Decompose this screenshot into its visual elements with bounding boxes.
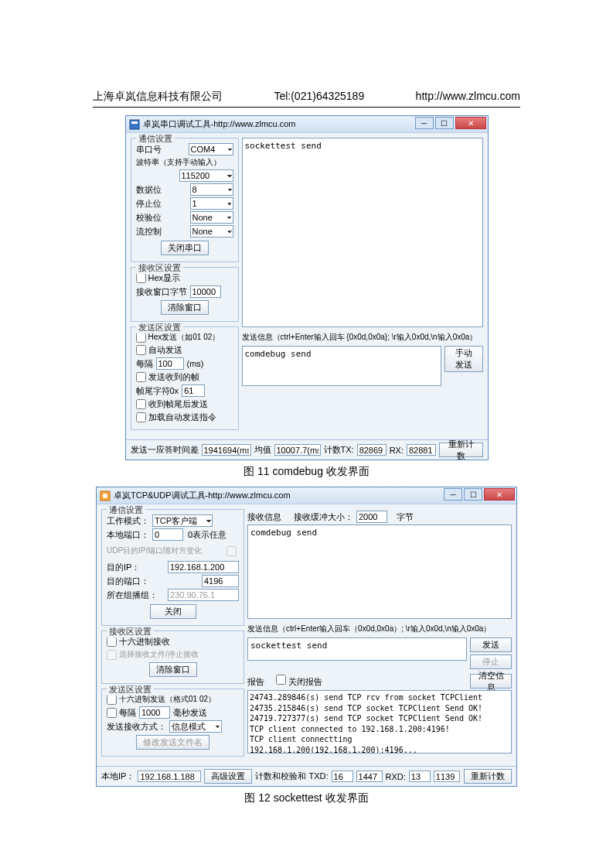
udp-follow-label: UDP目的IP/端口随对方变化 <box>107 545 202 556</box>
auto-send-label: 自动发送 <box>148 344 182 356</box>
send-settings-group: 发送区设置 十六进制发送（格式01 02） 每隔毫秒发送 发送接收方式：信息模式… <box>101 689 244 757</box>
group-legend: 接收区设置 <box>107 626 154 637</box>
select-recvfile-checkbox <box>107 650 117 660</box>
svg-rect-0 <box>130 120 139 129</box>
port-select[interactable]: COM4 <box>189 143 233 155</box>
group-legend: 通信设置 <box>107 504 145 516</box>
load-autocmd-checkbox[interactable] <box>136 412 146 422</box>
titlebar[interactable]: 卓岚TCP&UDP调试工具-http://www.zlmcu.com ─ ☐ ✕ <box>97 487 516 504</box>
baud-select[interactable]: 115200 <box>179 169 233 182</box>
hex-send-checkbox[interactable] <box>136 333 146 343</box>
maximize-button[interactable]: ☐ <box>464 488 482 501</box>
close-report-checkbox[interactable] <box>276 675 286 685</box>
titlebar[interactable]: 卓岚串口调试工具-http://www.zlmcu.com ─ ☐ ✕ <box>126 116 488 133</box>
resp-diff-label: 发送一应答时间差 <box>131 444 199 456</box>
clear-window-button[interactable]: 清除窗口 <box>149 662 197 677</box>
stopbits-select[interactable]: 1 <box>190 197 233 210</box>
interval-checkbox[interactable] <box>107 708 117 718</box>
status-bar: 发送一应答时间差 均值 计数TX: RX: 重新计数 <box>126 439 488 460</box>
report-line: 24735.215846(s) send TCP socket TCPClien… <box>250 703 509 714</box>
app-icon <box>129 119 140 130</box>
recv-bytes-input[interactable] <box>190 285 221 298</box>
figure-caption-11: 图 11 comdebug 收发界面 <box>93 465 520 479</box>
company-name: 上海卓岚信息科技有限公司 <box>93 90 223 104</box>
report-line: 24743.289846(s) send TCP rcv from socket… <box>250 692 509 703</box>
reset-count-button[interactable]: 重新计数 <box>464 769 512 784</box>
maximize-button[interactable]: ☐ <box>435 117 454 129</box>
minimize-button[interactable]: ─ <box>415 117 434 129</box>
recv-textarea[interactable]: sockettest send <box>242 138 483 327</box>
databits-select[interactable]: 8 <box>190 183 233 196</box>
recv-buf-label: 接收缓冲大小： <box>294 511 353 523</box>
interval-unit: (ms) <box>187 359 204 368</box>
interval-input[interactable] <box>156 357 184 370</box>
local-port-input[interactable] <box>152 528 183 541</box>
interval-label: 每隔 <box>136 358 153 370</box>
auto-send-checkbox[interactable] <box>136 345 146 355</box>
avg-label: 均值 <box>254 444 271 456</box>
parity-select[interactable]: None <box>190 211 233 224</box>
select-recvfile-label: 选择接收文件/停止接收 <box>119 649 199 660</box>
hex-send-label: Hex发送（如01 02） <box>148 332 220 343</box>
recv-buf-unit: 字节 <box>397 511 414 523</box>
comdebug-window: 卓岚串口调试工具-http://www.zlmcu.com ─ ☐ ✕ 通信设置… <box>125 115 489 460</box>
flow-label: 流控制 <box>136 226 162 238</box>
rxd-count <box>409 771 431 782</box>
txd-count <box>332 771 353 782</box>
send-textarea[interactable]: sockettest send <box>247 637 467 661</box>
send-frame-label: 发送收到的帧 <box>148 371 199 383</box>
send-after-tail-checkbox[interactable] <box>136 399 146 409</box>
hex-recv-checkbox[interactable] <box>107 637 117 647</box>
report-area[interactable]: 24743.289846(s) send TCP rcv from socket… <box>247 690 512 754</box>
svg-rect-1 <box>131 121 138 124</box>
hex-display-checkbox[interactable] <box>136 273 146 283</box>
send-info-label: 发送信息（ctrl+Enter输入回车（0x0d,0x0a）; \r输入0x0d… <box>247 624 491 634</box>
dest-ip-input[interactable] <box>168 561 239 573</box>
tx-label: 计数TX: <box>324 444 354 456</box>
close-button[interactable]: ✕ <box>484 488 515 501</box>
send-textarea[interactable]: comdebug send <box>242 346 441 386</box>
send-button[interactable]: 发送 <box>470 637 512 652</box>
close-port-button[interactable]: 关闭串口 <box>161 241 209 255</box>
send-recv-mode-select[interactable]: 信息模式 <box>169 720 222 733</box>
close-button[interactable]: ✕ <box>455 117 486 129</box>
send-frame-checkbox[interactable] <box>136 372 146 382</box>
group-input[interactable] <box>168 589 239 601</box>
report-label: 报告 <box>247 677 264 686</box>
avg-value <box>274 444 321 456</box>
company-url: http://www.zlmcu.com <box>416 90 520 104</box>
frame-tail-input[interactable] <box>182 384 205 397</box>
report-line: TCP client connectting 192.168.1.200(192… <box>250 734 509 754</box>
local-ip-value <box>138 771 201 782</box>
rxd-bytes <box>434 771 460 782</box>
stop-button: 停止 <box>470 654 512 669</box>
clear-info-button[interactable]: 清空信息 <box>470 674 512 689</box>
recv-textarea[interactable]: comdebug send <box>247 525 512 619</box>
sockettest-window: 卓岚TCP&UDP调试工具-http://www.zlmcu.com ─ ☐ ✕… <box>96 487 517 787</box>
close-conn-button[interactable]: 关闭 <box>150 604 196 619</box>
flow-select[interactable]: None <box>190 225 233 238</box>
dest-port-input[interactable] <box>202 575 239 587</box>
rx-value <box>407 444 436 456</box>
manual-send-button[interactable]: 手动发送 <box>444 346 483 372</box>
svg-point-3 <box>103 494 107 498</box>
local-port-hint: 0表示任意 <box>188 529 226 541</box>
reset-count-button[interactable]: 重新计数 <box>439 443 483 457</box>
hex-send-checkbox[interactable] <box>107 695 117 705</box>
send-after-tail-label: 收到帧尾后发送 <box>148 398 208 410</box>
resp-diff-value <box>202 444 251 456</box>
dest-port-label: 目的端口： <box>107 576 149 587</box>
app-icon <box>100 490 111 501</box>
comm-settings-group: 通信设置 串口号 COM4 波特率（支持手动输入） 115200 数据位8 停止… <box>131 138 239 262</box>
clear-window-button[interactable]: 清除窗口 <box>161 300 209 315</box>
report-line: TCP client connected to 192.168.1.200:41… <box>250 724 509 735</box>
mode-select[interactable]: TCP客户端 <box>152 514 213 527</box>
frame-tail-label: 帧尾字符0x <box>136 385 179 397</box>
udp-follow-checkbox <box>226 546 237 556</box>
interval-input[interactable] <box>139 706 170 719</box>
minimize-button[interactable]: ─ <box>444 488 462 501</box>
advanced-button[interactable]: 高级设置 <box>204 769 252 784</box>
recv-buf-input[interactable] <box>356 511 387 523</box>
status-bar: 本地IP： 高级设置 计数和校验和 TXD: RXD: 重新计数 <box>97 766 516 786</box>
checksum-label: 计数和校验和 TXD: <box>255 771 328 782</box>
